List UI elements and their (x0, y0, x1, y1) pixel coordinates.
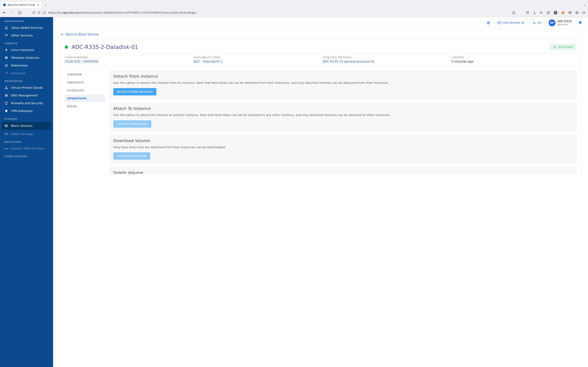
sidebar-item-label: Linux Instances (11, 48, 34, 52)
operation-card: Attach To InstanceUse this option to att… (109, 102, 577, 132)
new-tab-button[interactable]: ＋ (43, 2, 49, 8)
sidebar-item-value-added-services[interactable]: Value Added Services (0, 24, 53, 32)
puzzle-icon[interactable] (575, 11, 579, 14)
svg-point-38 (6, 65, 7, 66)
svg-rect-35 (5, 58, 6, 59)
tab-title: Apiculus Demo Cloud (8, 3, 35, 6)
svg-rect-22 (5, 28, 6, 29)
back-icon[interactable] (2, 11, 7, 15)
sidebar-item-label: VPN Gateways (11, 109, 33, 113)
meta-value-az: AZ2 - India North 2 (194, 60, 319, 63)
notifications-icon[interactable] (578, 21, 582, 25)
subnav-overview[interactable]: OVERVIEW (64, 71, 105, 78)
svg-marker-7 (512, 11, 515, 14)
aws-icon: aws (4, 147, 8, 150)
shield-icon[interactable] (32, 11, 35, 14)
sidebar-heading: OTHER SERVICES (0, 152, 53, 159)
menu-icon[interactable] (582, 11, 586, 14)
library-icon[interactable] (540, 11, 543, 14)
sidebar-item-kubernetes[interactable]: Kubernetes (0, 62, 53, 69)
subnav-resize[interactable]: RESIZE (64, 103, 105, 110)
sidebar-item-label: Virtual Private Clouds (11, 86, 43, 89)
kube-icon (4, 64, 8, 67)
windows-icon (4, 56, 8, 59)
net-icon (4, 86, 8, 89)
subnav-schedules[interactable]: SCHEDULES (64, 87, 105, 94)
meta-value-instance: ADC-R335-11-general-purpose-01 (323, 60, 448, 63)
meta-value-created: 5 minutes ago (452, 60, 577, 63)
download-volume-button: DOWNLOAD VOLUME (113, 152, 150, 160)
reload-icon[interactable] (18, 11, 22, 15)
operation-title: Download Volume (113, 138, 573, 143)
reader-icon[interactable] (547, 11, 550, 14)
svg-rect-32 (7, 35, 8, 36)
state-badge: ATTACHED (550, 44, 576, 50)
meta-label-az: AVAILABILITY ZONE (194, 56, 319, 59)
extension-k-icon[interactable]: K (554, 11, 557, 15)
svg-rect-64 (498, 22, 501, 24)
help-button[interactable] (485, 19, 492, 26)
sidebar-item-virtual-private-clouds[interactable]: Virtual Private Clouds (0, 84, 53, 92)
sidebar-item-label: Autoscale (11, 72, 26, 75)
user-menu[interactable]: KP ADC-R335 Apiculus (549, 19, 572, 26)
subnav-snapshots[interactable]: SNAPSHOTS (64, 79, 105, 86)
operation-card: Detach From InstanceUse this option to d… (109, 70, 577, 100)
close-icon[interactable]: ✕ (37, 3, 39, 7)
extension-fox-icon[interactable] (561, 11, 565, 15)
svg-line-12 (542, 11, 543, 14)
sidebar-item-amazon-web-services[interactable]: awsAmazon Web Services (0, 145, 53, 152)
sidebar-item-vpn-gateways[interactable]: VPN Gateways (0, 107, 53, 115)
sidebar-item-object-storage[interactable]: Object Storage (0, 130, 53, 138)
svg-point-59 (488, 22, 489, 23)
balance-value: USD 999,696.38 (503, 21, 524, 24)
svg-line-39 (5, 72, 7, 74)
operation-description: Use this option to attach this Volume to… (113, 113, 573, 117)
sidebar-item-label: DNS Management (11, 94, 38, 97)
sidebar-item-firewalls-and-security[interactable]: Firewalls and Security (0, 99, 53, 107)
permissions-icon[interactable] (43, 11, 46, 14)
sidebar-item-windows-instances[interactable]: Windows Instances (0, 54, 53, 62)
download-icon[interactable] (533, 11, 536, 14)
user-org: Apiculus (558, 23, 572, 26)
language-button[interactable]: EN (530, 19, 544, 26)
chevron-down-icon[interactable] (581, 2, 587, 8)
sidebar-item-block-volumes[interactable]: Block Volumes (2, 122, 51, 130)
sidebar-item-autoscale[interactable]: Autoscale (0, 69, 53, 77)
detach-from-instance-button[interactable]: DETACH FROM INSTANCE (113, 88, 156, 95)
vpn-icon (4, 109, 8, 113)
browser-toolbar: https://try.apiculus.io/site/#/volumes/c… (0, 8, 588, 17)
svg-point-52 (5, 125, 6, 125)
grid-icon (4, 34, 8, 37)
operation-card: Delete Volume (109, 167, 577, 174)
operation-card: Download VolumeOnly Data Disks that are … (109, 134, 577, 164)
shield-icon (4, 101, 8, 105)
meta-value-config: 25GB SSD / DATADISK (65, 60, 190, 63)
address-text: https://try.apiculus.io/site/#/volumes/c… (48, 11, 510, 14)
balance-button[interactable]: USD 999,696.38 (495, 19, 527, 26)
svg-point-4 (45, 11, 45, 12)
subnav: OVERVIEWSNAPSHOTSSCHEDULESOPERATIONSRESI… (64, 70, 105, 174)
sidebar-item-dns-management[interactable]: DNS Management (0, 92, 53, 99)
lock-icon[interactable] (38, 11, 40, 14)
sidebar-item-other-services[interactable]: Other Services (0, 32, 53, 39)
subnav-operations[interactable]: OPERATIONS (64, 95, 105, 102)
sidebar-item-linux-instances[interactable]: Linux Instances (0, 46, 53, 54)
forward-icon (10, 11, 14, 15)
volume-panel: ADC-R335-2-Datadisk-01 ATTACHED CONFIGUR… (61, 39, 581, 176)
svg-marker-37 (5, 64, 8, 67)
back-link[interactable]: Back to Block Volume (61, 33, 99, 36)
operation-title: Attach To Instance (113, 106, 573, 111)
url-bar[interactable]: https://try.apiculus.io/site/#/volumes/c… (32, 9, 515, 16)
star-icon[interactable] (512, 11, 515, 14)
link-icon (553, 45, 556, 49)
pocket-icon[interactable] (526, 11, 529, 14)
operation-description: Only Data Disks that are detached from t… (113, 145, 573, 150)
svg-line-26 (6, 28, 7, 28)
language-code: EN (537, 21, 541, 24)
svg-rect-23 (7, 28, 8, 29)
sidebar-item-label: Other Services (11, 34, 33, 37)
operation-description: Use this option to detach this Volume fr… (113, 81, 573, 85)
browser-tab[interactable]: Apiculus Demo Cloud ✕ (1, 1, 42, 8)
svg-rect-2 (38, 12, 40, 14)
extension-crop-icon[interactable] (568, 11, 572, 14)
